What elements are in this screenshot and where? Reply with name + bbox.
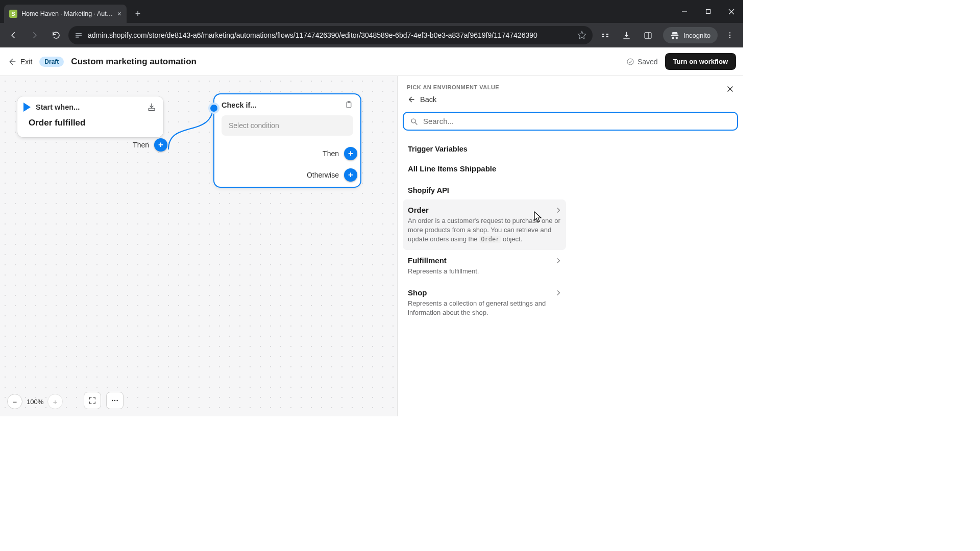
connector-line [164,98,215,165]
draft-badge: Draft [39,57,64,67]
otherwise-label: Otherwise [307,171,339,179]
browser-titlebar: S Home Haven · Marketing · Aut… × + [0,0,743,23]
incognito-icon [670,31,679,40]
panel-back-button[interactable]: Back [407,95,734,104]
back-label: Back [420,95,436,104]
extensions-icon[interactable] [596,26,614,44]
svg-rect-17 [149,108,155,111]
select-condition-field[interactable]: Select condition [222,115,353,136]
zoom-out-button[interactable]: − [7,394,22,409]
add-step-button[interactable]: + [154,138,167,152]
saved-status: Saved [626,58,658,66]
exit-label: Exit [20,58,32,66]
node-input-port [210,105,217,112]
start-node-title: Start when... [36,103,80,111]
close-panel-button[interactable] [724,83,736,97]
svg-rect-11 [645,32,651,38]
add-otherwise-button[interactable]: + [344,168,357,182]
svg-point-25 [411,119,415,123]
svg-point-21 [114,400,115,401]
zoom-level: 100% [27,398,43,406]
condition-node-title: Check if... [222,101,257,109]
item-title: All Line Items Shippable [408,164,561,173]
then-label: Then [133,141,149,149]
svg-rect-7 [602,33,604,34]
item-shop[interactable]: Shop Represents a collection of general … [403,282,566,323]
bookmark-star-icon[interactable] [577,31,586,40]
incognito-label: Incognito [683,32,710,39]
svg-rect-10 [606,36,608,37]
app-header: Exit Draft Custom marketing automation S… [0,47,743,76]
then-label-2: Then [323,149,339,158]
svg-point-22 [116,400,117,401]
svg-point-13 [729,32,730,33]
item-title: Fulfillment [408,256,561,265]
svg-rect-6 [76,37,79,38]
exit-button[interactable]: Exit [7,57,32,66]
clipboard-icon[interactable] [345,101,353,109]
browser-tab[interactable]: S Home Haven · Marketing · Aut… × [4,5,127,23]
item-order[interactable]: Order An order is a customer's request t… [403,199,566,250]
variable-list: Trigger Variables All Line Items Shippab… [398,134,571,334]
check-circle-icon [626,58,634,66]
panel-kicker: PICK AN ENVIRONMENT VALUE [407,84,734,90]
play-icon [23,103,31,112]
address-bar[interactable]: admin.shopify.com/store/de8143-a6/market… [68,26,593,44]
workspace: Start when... Order fulfilled Then + Che… [0,76,743,416]
condition-node[interactable]: Check if... Select condition Then + Othe… [214,94,360,187]
browser-toolbar: admin.shopify.com/store/de8143-a6/market… [0,23,743,47]
minimize-button[interactable] [673,0,696,23]
canvas-tools [84,392,124,409]
new-tab-button[interactable]: + [131,7,145,21]
reload-button[interactable] [47,26,65,44]
search-input[interactable] [423,117,731,126]
fit-view-button[interactable] [84,392,101,409]
exit-icon [7,57,16,66]
incognito-chip[interactable]: Incognito [663,27,718,43]
close-window-button[interactable] [720,0,743,23]
add-then-button[interactable]: + [344,147,357,160]
sidepanel-icon[interactable] [639,26,657,44]
chevron-right-icon [555,257,562,266]
chevron-right-icon [555,289,562,298]
item-fulfillment[interactable]: Fulfillment Represents a fulfillment. [403,250,566,282]
svg-rect-19 [348,101,350,103]
downloads-icon[interactable] [617,26,635,44]
arrow-left-icon [407,95,415,104]
url-text: admin.shopify.com/store/de8143-a6/market… [88,31,572,39]
turn-on-workflow-button[interactable]: Turn on workflow [665,53,736,70]
page-title: Custom marketing automation [71,57,197,67]
back-button[interactable] [4,26,22,44]
search-field[interactable] [403,112,738,131]
zoom-in-button[interactable]: + [47,394,63,409]
item-title: Shop [408,288,561,297]
import-icon[interactable] [147,103,156,112]
svg-rect-8 [602,36,604,37]
svg-rect-4 [76,33,82,34]
svg-rect-1 [706,10,710,14]
zoom-controls: − 100% + [7,394,63,409]
close-tab-icon[interactable]: × [117,10,121,18]
more-actions-button[interactable] [106,392,124,409]
saved-label: Saved [638,58,658,66]
item-description: An order is a customer's request to purc… [408,216,561,244]
forward-button[interactable] [26,26,44,44]
item-all-line-items-shippable[interactable]: All Line Items Shippable [403,158,566,179]
site-settings-icon[interactable] [75,31,83,39]
browser-menu-icon[interactable] [721,26,739,44]
window-controls [673,0,743,23]
chevron-right-icon [555,207,562,216]
section-shopify-api: Shopify API [403,179,566,199]
svg-point-20 [112,400,113,401]
start-node[interactable]: Start when... Order fulfilled Then + [17,96,163,137]
flow-canvas[interactable]: Start when... Order fulfilled Then + Che… [0,76,397,416]
svg-rect-5 [76,35,82,36]
search-icon [410,117,418,126]
shopify-favicon: S [9,10,17,18]
section-trigger-variables: Trigger Variables [403,138,566,158]
maximize-button[interactable] [696,0,720,23]
svg-point-14 [729,35,730,36]
variable-picker-panel: PICK AN ENVIRONMENT VALUE Back Trigger V… [397,76,743,416]
svg-rect-18 [347,102,351,108]
tab-title: Home Haven · Marketing · Aut… [21,10,113,17]
